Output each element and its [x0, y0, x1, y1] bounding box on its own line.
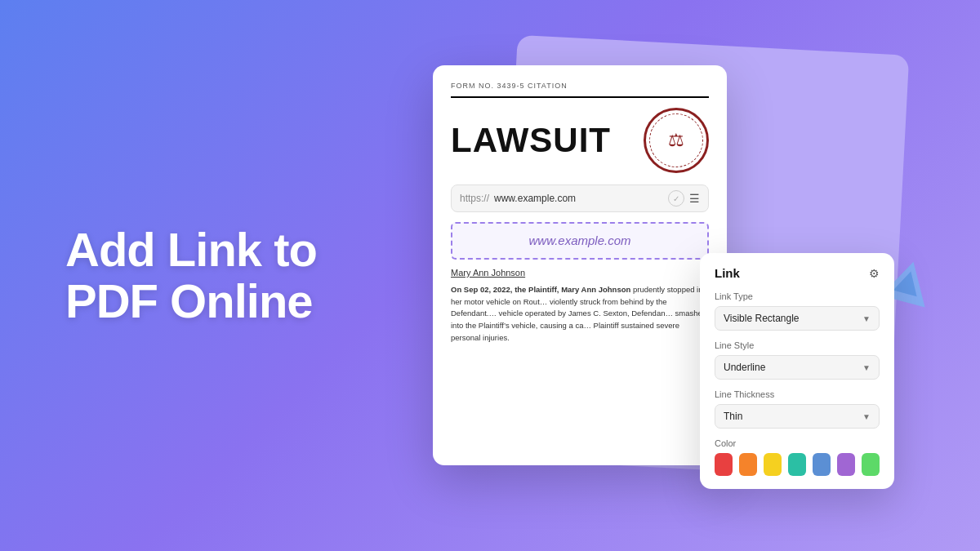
link-type-label: Link Type: [715, 291, 880, 301]
url-check-icon[interactable]: ✓: [668, 190, 684, 207]
color-blue[interactable]: [813, 453, 831, 476]
pdf-body-text: On Sep 02, 2022, the Plaintiff, Mary Ann…: [451, 284, 709, 344]
url-prefix: https://: [460, 193, 489, 204]
line-thickness-value: Thin: [724, 411, 742, 422]
chevron-down-icon: ▼: [862, 314, 871, 323]
scales-icon: ⚖: [668, 130, 684, 151]
chevron-down-icon: ▼: [862, 412, 871, 421]
person-name: Mary Ann Johnson: [451, 268, 709, 278]
color-label: Color: [715, 438, 880, 448]
pdf-title-row: LAWSUIT ⚖: [451, 108, 709, 173]
panel-header: Link ⚙: [715, 266, 880, 280]
line-style-value: Underline: [724, 362, 765, 373]
color-green[interactable]: [862, 453, 880, 476]
link-type-dropdown[interactable]: Visible Rectangle ▼: [715, 306, 880, 331]
color-orange[interactable]: [739, 453, 757, 476]
chevron-down-icon: ▼: [862, 363, 871, 372]
panel-settings-icon[interactable]: ⚙: [869, 267, 880, 280]
color-red[interactable]: [715, 453, 733, 476]
url-bar[interactable]: https:// www.example.com ✓ ☰: [451, 184, 709, 212]
color-row: [715, 453, 880, 476]
color-yellow[interactable]: [764, 453, 782, 476]
color-teal[interactable]: [788, 453, 806, 476]
url-settings-icon[interactable]: ☰: [689, 192, 700, 205]
link-type-value: Visible Rectangle: [724, 313, 800, 324]
court-stamp: ⚖: [644, 108, 709, 173]
hero-text-section: Add Link to PDF Online: [65, 224, 317, 328]
line-thickness-dropdown[interactable]: Thin ▼: [715, 404, 880, 429]
line-style-label: Line Style: [715, 340, 880, 350]
panel-title: Link: [715, 266, 740, 280]
properties-panel: Link ⚙ Link Type Visible Rectangle ▼ Lin…: [700, 253, 894, 489]
link-area[interactable]: www.example.com: [451, 222, 709, 260]
url-input: www.example.com: [494, 193, 663, 204]
pdf-divider: [451, 96, 709, 98]
pdf-document-card: FORM NO. 3439-5 CITATION LAWSUIT ⚖ https…: [433, 65, 727, 465]
color-purple[interactable]: [837, 453, 855, 476]
line-thickness-label: Line Thickness: [715, 389, 880, 399]
page-title: Add Link to PDF Online: [65, 224, 317, 328]
line-style-dropdown[interactable]: Underline ▼: [715, 355, 880, 380]
pdf-lawsuit-title: LAWSUIT: [451, 121, 611, 160]
pdf-form-label: FORM NO. 3439-5 CITATION: [451, 82, 709, 90]
link-area-text: www.example.com: [528, 233, 630, 247]
